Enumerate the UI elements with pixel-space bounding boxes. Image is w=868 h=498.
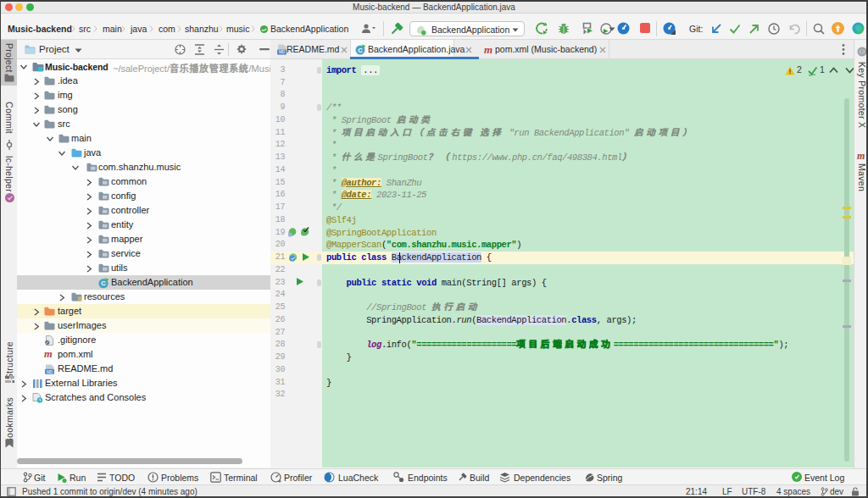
svg-text:MD: MD: [279, 50, 286, 54]
svg-text:C: C: [358, 47, 363, 54]
svg-text:MD: MD: [47, 369, 53, 374]
svg-text:C: C: [101, 279, 106, 287]
